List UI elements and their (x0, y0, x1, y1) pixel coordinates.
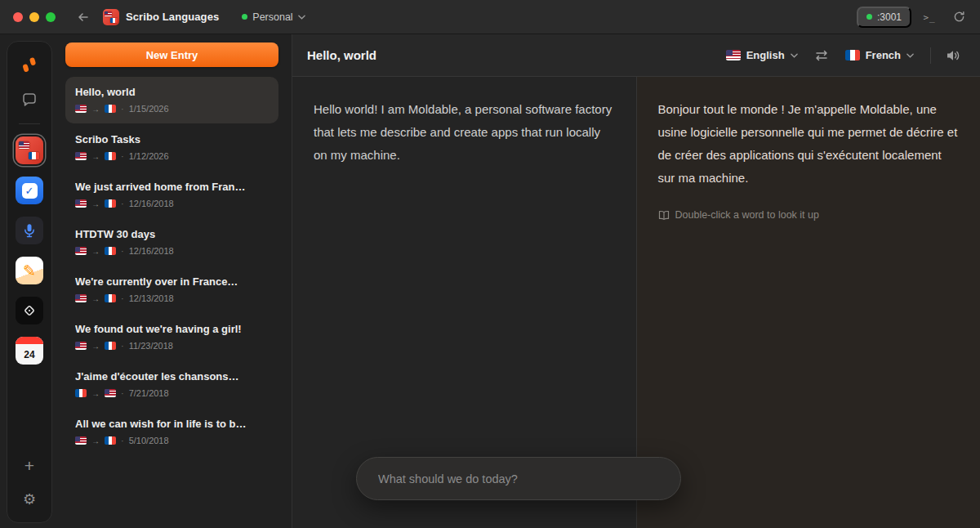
lookup-hint-label: Double-click a word to look it up (675, 209, 819, 221)
entry-date: 1/15/2026 (129, 104, 169, 114)
rail-bottom (16, 454, 43, 511)
status-dot (866, 14, 872, 20)
content-area: 24 New Entry Hello, world → (0, 34, 980, 528)
workspace-label: Personal (252, 11, 292, 23)
main-area: Hello, world English French (292, 34, 980, 528)
app-icon-scribo-languages[interactable] (16, 136, 43, 164)
target-language-select[interactable]: French (839, 44, 920, 66)
entry-date: 1/12/2026 (129, 151, 169, 161)
back-button[interactable] (72, 6, 95, 29)
entry-title: All we can wish for in life is to b… (75, 418, 269, 430)
port-badge[interactable]: :3001 (857, 7, 911, 28)
traffic-lights (13, 12, 56, 22)
fr-flag-icon (105, 105, 116, 113)
list-item[interactable]: J'aime d'écouter les chansons… → · 7/21/… (65, 361, 278, 408)
app-title: Scribo Languages (126, 11, 219, 23)
port-label: :3001 (877, 11, 902, 23)
app-rail: 24 (7, 41, 52, 523)
dot-separator: · (121, 293, 124, 303)
swap-languages-button[interactable] (809, 43, 834, 68)
entry-meta: → · 1/12/2026 (75, 151, 269, 161)
titlebar: Scribo Languages Personal :3001 (0, 0, 980, 34)
us-flag-icon (75, 199, 87, 208)
dot-separator: · (121, 388, 124, 398)
arrow-icon: → (91, 436, 100, 445)
prompt-input[interactable] (378, 472, 659, 485)
terminal-icon (923, 11, 935, 23)
moldable-home-button[interactable] (16, 53, 43, 76)
target-panel: Bonjour tout le monde ! Je m'appelle Mol… (637, 77, 980, 528)
list-item[interactable]: Scribo Tasks → · 1/12/2026 (65, 124, 278, 171)
entry-title: HTDTW 30 days (75, 228, 269, 240)
us-flag-icon (19, 141, 29, 149)
new-entry-button[interactable]: New Entry (65, 43, 278, 67)
app-icon-notes[interactable] (16, 257, 43, 284)
plus-icon (24, 457, 34, 474)
us-flag-icon (105, 389, 116, 397)
dot-separator: · (121, 246, 124, 256)
us-flag-icon (75, 342, 87, 350)
entry-date: 7/21/2018 (129, 388, 169, 398)
us-flag-icon (75, 152, 87, 160)
app-icon-dictation[interactable] (16, 217, 43, 244)
arrow-icon: → (91, 389, 100, 398)
settings-button[interactable] (16, 488, 43, 511)
entry-meta: → · 12/16/2018 (75, 199, 269, 208)
source-language-select[interactable]: English (719, 44, 804, 66)
app-icon-git[interactable] (16, 297, 43, 324)
arrow-icon: → (91, 247, 100, 256)
chevron-down-icon (906, 53, 914, 58)
close-window-button[interactable] (13, 12, 23, 22)
fr-flag-icon (105, 294, 116, 302)
checkbox-icon (22, 183, 38, 199)
workspace-selector[interactable]: Personal (235, 7, 311, 27)
entry-list[interactable]: Hello, world → · 1/15/2026 Scribo Tasks … (65, 77, 278, 456)
source-text: Hello world! I am Moldable, a personal s… (314, 98, 614, 167)
entry-meta: → · 11/23/2018 (75, 341, 269, 351)
main-header: Hello, world English French (292, 34, 980, 77)
minimize-window-button[interactable] (29, 12, 39, 22)
language-controls: English French (719, 43, 965, 68)
speaker-button[interactable] (941, 43, 965, 68)
target-text[interactable]: Bonjour tout le monde ! Je m'appelle Mol… (658, 98, 960, 190)
chevron-down-icon (298, 15, 305, 20)
fr-flag-icon (105, 436, 116, 445)
fr-flag-icon (110, 18, 118, 23)
zoom-window-button[interactable] (46, 12, 56, 22)
app-icon-calendar[interactable]: 24 (16, 337, 43, 365)
list-item[interactable]: Hello, world → · 1/15/2026 (65, 77, 278, 123)
list-item[interactable]: We're currently over in France… → · 12/1… (65, 266, 278, 313)
fr-flag-icon (105, 152, 116, 160)
microphone-icon (23, 223, 36, 238)
list-item[interactable]: We found out we're having a girl! → · 11… (65, 314, 278, 360)
entry-title: We're currently over in France… (75, 275, 269, 288)
gear-icon (23, 492, 36, 507)
dot-separator: · (121, 151, 124, 161)
git-diamond-icon (22, 303, 37, 318)
fr-flag-icon (105, 247, 116, 255)
chat-bubble-icon (21, 92, 38, 108)
list-item[interactable]: HTDTW 30 days → · 12/16/2018 (65, 219, 278, 266)
entry-date: 5/10/2018 (129, 436, 169, 445)
list-item[interactable]: All we can wish for in life is to b… → ·… (65, 409, 278, 455)
app-window: Scribo Languages Personal :3001 (0, 0, 980, 528)
back-arrow-icon (77, 11, 90, 24)
entry-title: Scribo Tasks (75, 133, 269, 145)
entry-title: We found out we're having a girl! (75, 323, 269, 335)
us-flag-icon (75, 247, 87, 255)
us-flag-icon (75, 105, 87, 113)
dot-separator: · (121, 436, 124, 445)
add-app-button[interactable] (16, 454, 43, 477)
chevron-down-icon (791, 53, 798, 58)
app-icon-scribo-tasks[interactable] (16, 177, 43, 204)
book-icon (658, 210, 670, 221)
speaker-icon (946, 49, 960, 62)
terminal-button[interactable] (918, 6, 941, 29)
us-flag-icon (726, 50, 741, 60)
list-item[interactable]: We just arrived home from Fran… → · 12/1… (65, 172, 278, 218)
reload-icon (953, 11, 965, 23)
reload-button[interactable] (947, 6, 970, 29)
chat-button[interactable] (16, 88, 43, 111)
app-chip: Scribo Languages (103, 9, 219, 25)
rail-divider (19, 123, 40, 124)
